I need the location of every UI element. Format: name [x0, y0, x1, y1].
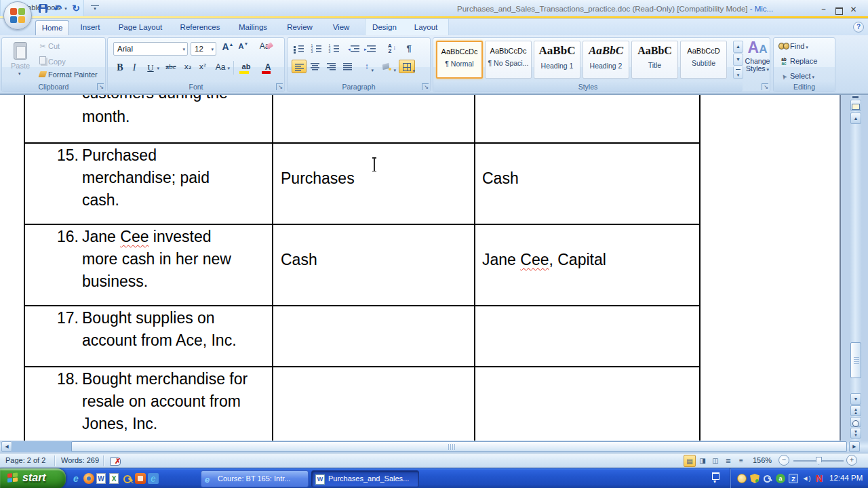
decrease-indent-button[interactable]: [347, 42, 362, 56]
volume-icon[interactable]: [802, 474, 811, 483]
style-title[interactable]: AaBbC Title: [631, 41, 678, 79]
help-icon[interactable]: [853, 22, 864, 33]
bullets-button[interactable]: [292, 42, 307, 56]
word-count[interactable]: Words: 269: [61, 456, 99, 464]
split-handle[interactable]: [852, 96, 859, 98]
horizontal-scroll-track[interactable]: [12, 441, 72, 452]
styles-gallery-more-icon[interactable]: ▼: [733, 66, 743, 79]
shading-dropdown-arrow[interactable]: ▾: [393, 68, 396, 73]
scroll-down-icon[interactable]: [850, 393, 861, 405]
internet-explorer-icon[interactable]: [71, 473, 81, 484]
replace-button[interactable]: Replace: [778, 57, 817, 69]
close-button[interactable]: [848, 5, 859, 15]
outline-view-icon[interactable]: ≣: [722, 455, 734, 467]
change-case-button[interactable]: Aa ▾: [211, 60, 230, 75]
font-dialog-launcher-icon[interactable]: [276, 83, 283, 90]
change-case-dropdown-arrow[interactable]: ▾: [227, 66, 230, 71]
increase-indent-button[interactable]: [363, 42, 378, 56]
superscript-button[interactable]: x²: [196, 60, 210, 75]
taskbar-button-browser[interactable]: Course: BT 165: Intr...: [201, 470, 309, 487]
borders-dropdown-arrow[interactable]: ▾: [412, 68, 415, 74]
underline-dropdown-arrow[interactable]: ▾: [157, 66, 159, 71]
draft-view-icon[interactable]: ≡: [735, 455, 747, 467]
show-hide-paragraph-button[interactable]: ¶: [401, 42, 416, 56]
z-app-icon[interactable]: Z: [789, 474, 798, 483]
zoom-level[interactable]: 156%: [753, 456, 772, 464]
tab-view[interactable]: View: [324, 20, 358, 35]
underline-button[interactable]: U ▾: [142, 60, 159, 75]
multilevel-list-button[interactable]: [327, 42, 342, 56]
tab-review[interactable]: Review: [279, 20, 320, 35]
browser-window-icon[interactable]: [148, 473, 159, 484]
ruler-toggle-icon[interactable]: [850, 100, 861, 111]
excel-icon[interactable]: X: [109, 473, 119, 484]
styles-gallery-down-icon[interactable]: ▼: [733, 54, 743, 66]
font-size-dropdown-arrow[interactable]: ▾: [211, 47, 214, 52]
tab-layout[interactable]: Layout: [407, 20, 445, 35]
borders-button[interactable]: ▾: [399, 60, 415, 73]
tab-mailings[interactable]: Mailings: [231, 20, 275, 35]
change-styles-button[interactable]: AA Change Styles: [744, 39, 771, 83]
font-name-dropdown-arrow[interactable]: ▾: [182, 47, 185, 52]
document-canvas[interactable]: customers during the month. 15. Purchase…: [0, 95, 868, 441]
next-page-icon[interactable]: [850, 428, 861, 439]
taskbar-chevron-icon[interactable]: [709, 471, 722, 487]
customize-quick-access-toolbar-icon[interactable]: [91, 5, 99, 18]
clear-formatting-button[interactable]: Aa: [256, 41, 273, 56]
previous-page-icon[interactable]: [850, 405, 861, 416]
sort-button[interactable]: AZ↓: [382, 42, 397, 56]
zoom-out-icon[interactable]: −: [778, 455, 789, 466]
vertical-scrollbar[interactable]: [850, 95, 862, 441]
vertical-scroll-thumb[interactable]: [850, 342, 861, 378]
key-tray-icon[interactable]: [763, 474, 772, 483]
shading-button[interactable]: ▾: [380, 60, 395, 73]
redo-icon[interactable]: [71, 3, 81, 15]
print-layout-view-icon[interactable]: ▤: [684, 455, 696, 467]
align-left-button[interactable]: [292, 60, 307, 73]
tab-design[interactable]: Design: [366, 20, 403, 35]
restore-button[interactable]: [833, 5, 844, 15]
style-heading2[interactable]: AaBbC Heading 2: [583, 41, 629, 79]
undo-icon[interactable]: [52, 3, 63, 15]
start-button[interactable]: start: [0, 468, 66, 488]
style-subtitle[interactable]: AaBbCcD Subtitle: [680, 41, 727, 79]
scroll-left-icon[interactable]: [1, 441, 12, 452]
align-right-button[interactable]: [324, 60, 339, 73]
paragraph-dialog-launcher-icon[interactable]: [422, 83, 429, 90]
proofing-errors-icon[interactable]: [108, 455, 123, 467]
page-indicator[interactable]: Page: 2 of 2: [5, 456, 45, 464]
style-heading1[interactable]: AaBbC Heading 1: [534, 41, 580, 79]
style-no-spacing[interactable]: AaBbCcDc ¶ No Spaci...: [485, 41, 532, 79]
copy-button[interactable]: Copy: [37, 56, 66, 68]
n-app-icon[interactable]: N: [814, 474, 824, 483]
numbering-button[interactable]: [309, 42, 324, 56]
horizontal-scrollbar[interactable]: [0, 441, 868, 453]
grow-font-button[interactable]: AaA▲: [220, 41, 235, 56]
office-button[interactable]: [3, 1, 32, 30]
find-button[interactable]: Find: [778, 42, 808, 54]
web-layout-view-icon[interactable]: ◫: [709, 455, 722, 467]
word-icon[interactable]: W: [96, 473, 106, 484]
save-icon[interactable]: [38, 3, 48, 15]
justify-button[interactable]: [340, 60, 355, 73]
minimize-button[interactable]: [818, 5, 829, 15]
styles-gallery-up-icon[interactable]: ▲: [733, 41, 743, 53]
line-spacing-dropdown-arrow[interactable]: ▾: [371, 68, 374, 73]
styles-dialog-launcher-icon[interactable]: [762, 83, 768, 90]
antivirus-icon[interactable]: a: [776, 474, 785, 483]
select-browse-object-icon[interactable]: [850, 417, 861, 427]
paste-button[interactable]: Paste ▾: [7, 41, 33, 81]
italic-button[interactable]: I: [128, 60, 140, 75]
text-highlight-button[interactable]: ab: [237, 60, 256, 75]
key-icon[interactable]: [122, 473, 133, 484]
taskbar-button-word-active[interactable]: W Purchases_and_Sales...: [311, 470, 419, 487]
messenger-icon[interactable]: [737, 474, 747, 483]
shrink-font-button[interactable]: A▼: [237, 41, 250, 56]
scroll-right-icon[interactable]: [849, 441, 860, 452]
font-color-button[interactable]: A: [258, 60, 277, 75]
tab-page-layout[interactable]: Page Layout: [111, 20, 170, 35]
cut-button[interactable]: Cut: [37, 42, 60, 54]
style-normal[interactable]: AaBbCcDc ¶ Normal: [436, 41, 483, 79]
firefox-icon[interactable]: [83, 473, 94, 484]
strikethrough-button[interactable]: abc: [162, 60, 180, 75]
